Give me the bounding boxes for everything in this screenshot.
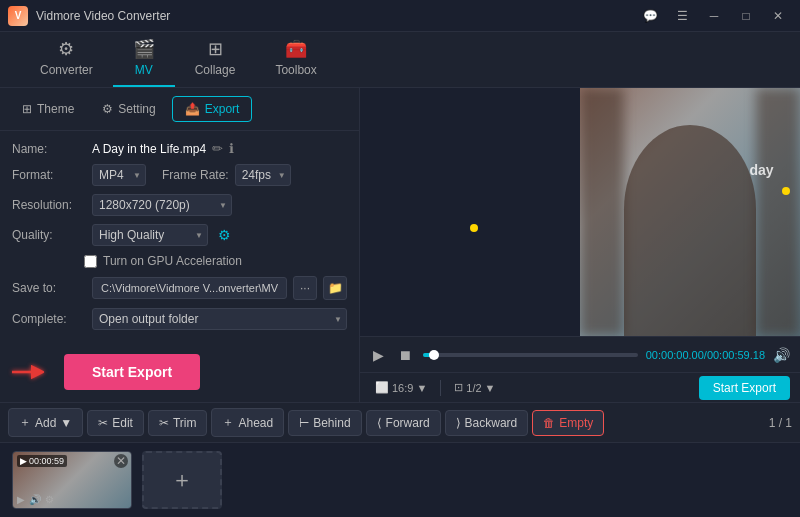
converter-icon: ⚙ bbox=[58, 38, 74, 60]
clip-play-icon: ▶ bbox=[17, 494, 25, 505]
empty-label: Empty bbox=[559, 416, 593, 430]
red-arrow-indicator bbox=[12, 362, 44, 382]
setting-icon: ⚙ bbox=[102, 102, 113, 116]
volume-icon[interactable]: 🔊 bbox=[773, 347, 790, 363]
behind-icon: ⊢ bbox=[299, 416, 309, 430]
backward-icon: ⟩ bbox=[456, 416, 461, 430]
collage-icon: ⊞ bbox=[208, 38, 223, 60]
complete-select[interactable]: Open output folderDo nothingShut down bbox=[92, 308, 347, 330]
gpu-row: Turn on GPU Acceleration bbox=[12, 254, 347, 268]
format-control: MP4MOVAVIMKV Frame Rate: 24fps25fps30fps… bbox=[92, 164, 347, 186]
backward-label: Backward bbox=[465, 416, 518, 430]
progress-bar[interactable] bbox=[423, 353, 638, 357]
format-select-wrap: MP4MOVAVIMKV bbox=[92, 164, 146, 186]
tab-theme[interactable]: ⊞ Theme bbox=[10, 97, 86, 121]
quality-ratio-label: 1/2 bbox=[466, 382, 481, 394]
person-silhouette bbox=[624, 125, 756, 336]
framerate-select-wrap: 24fps25fps30fps60fps bbox=[235, 164, 291, 186]
backward-button[interactable]: ⟩ Backward bbox=[445, 410, 529, 436]
complete-label: Complete: bbox=[12, 312, 84, 326]
nav-mv[interactable]: 🎬 MV bbox=[113, 30, 175, 87]
add-button[interactable]: ＋ Add ▼ bbox=[8, 408, 83, 437]
quality-label: Quality: bbox=[12, 228, 84, 242]
video-preview: day bbox=[360, 88, 800, 336]
aspect-ratio-label: 16:9 bbox=[392, 382, 413, 394]
info-icon[interactable]: ℹ bbox=[229, 141, 234, 156]
trim-icon: ✂ bbox=[159, 416, 169, 430]
saveto-input[interactable] bbox=[92, 277, 287, 299]
forward-label: Forward bbox=[386, 416, 430, 430]
controls-row2: ⬜ 16:9 ▼ ⊡ 1/2 ▼ Start Export bbox=[360, 372, 800, 402]
nav-mv-label: MV bbox=[135, 63, 153, 77]
controls-divider bbox=[440, 380, 441, 396]
resolution-select[interactable]: 1280x720 (720p)1920x1080 (1080p) bbox=[92, 194, 232, 216]
minimize-button[interactable]: ─ bbox=[700, 6, 728, 26]
mv-icon: 🎬 bbox=[133, 38, 155, 60]
left-panel: ⊞ Theme ⚙ Setting 📤 Export Name: A Day i… bbox=[0, 88, 360, 402]
sub-tabs: ⊞ Theme ⚙ Setting 📤 Export bbox=[0, 88, 359, 131]
format-row: Format: MP4MOVAVIMKV Frame Rate: 24fps25… bbox=[12, 164, 347, 186]
ahead-label: Ahead bbox=[238, 416, 273, 430]
maximize-button[interactable]: □ bbox=[732, 6, 760, 26]
edit-label: Edit bbox=[112, 416, 133, 430]
complete-select-wrap: Open output folderDo nothingShut down bbox=[92, 308, 347, 330]
quality-btn[interactable]: ⊡ 1/2 ▼ bbox=[449, 379, 500, 396]
play-button[interactable]: ▶ bbox=[370, 344, 387, 366]
aspect-ratio-btn[interactable]: ⬜ 16:9 ▼ bbox=[370, 379, 432, 396]
window-controls: 💬 ☰ ─ □ ✕ bbox=[636, 6, 792, 26]
tab-theme-label: Theme bbox=[37, 102, 74, 116]
behind-button[interactable]: ⊢ Behind bbox=[288, 410, 361, 436]
video-controls: ▶ ⏹ 00:00:00.00/00:00:59.18 🔊 bbox=[360, 336, 800, 372]
empty-button[interactable]: 🗑 Empty bbox=[532, 410, 604, 436]
preview-right: day bbox=[580, 88, 800, 336]
bottom-toolbar: ＋ Add ▼ ✂ Edit ✂ Trim ＋ Ahead ⊢ Behind ⟨… bbox=[0, 402, 800, 442]
add-clip-button[interactable]: ＋ bbox=[142, 451, 222, 509]
close-button[interactable]: ✕ bbox=[764, 6, 792, 26]
framerate-select[interactable]: 24fps25fps30fps60fps bbox=[235, 164, 291, 186]
complete-row: Complete: Open output folderDo nothingSh… bbox=[12, 308, 347, 330]
resolution-row: Resolution: 1280x720 (720p)1920x1080 (10… bbox=[12, 194, 347, 216]
start-export-small-button[interactable]: Start Export bbox=[699, 376, 790, 400]
quality-row: Quality: High QualityStandard QualityLow… bbox=[12, 224, 347, 246]
app-logo: V bbox=[8, 6, 28, 26]
complete-control: Open output folderDo nothingShut down bbox=[92, 308, 347, 330]
start-export-button[interactable]: Start Export bbox=[64, 354, 200, 390]
progress-handle[interactable] bbox=[429, 350, 439, 360]
tab-setting[interactable]: ⚙ Setting bbox=[90, 97, 167, 121]
gpu-label[interactable]: Turn on GPU Acceleration bbox=[103, 254, 242, 268]
nav-collage[interactable]: ⊞ Collage bbox=[175, 30, 256, 87]
quality-select[interactable]: High QualityStandard QualityLow Quality bbox=[92, 224, 208, 246]
gpu-checkbox[interactable] bbox=[84, 255, 97, 268]
edit-button[interactable]: ✂ Edit bbox=[87, 410, 144, 436]
main-layout: ⊞ Theme ⚙ Setting 📤 Export Name: A Day i… bbox=[0, 88, 800, 402]
name-value: A Day in the Life.mp4 bbox=[92, 142, 206, 156]
trim-button[interactable]: ✂ Trim bbox=[148, 410, 208, 436]
toolbox-icon: 🧰 bbox=[285, 38, 307, 60]
menu-icon[interactable]: ☰ bbox=[668, 6, 696, 26]
saveto-folder-btn[interactable]: 📁 bbox=[323, 276, 347, 300]
timeline-clip-0[interactable]: ▶ 00:00:59 ✕ ▶ 🔊 ⚙ bbox=[12, 451, 132, 509]
tab-setting-label: Setting bbox=[118, 102, 155, 116]
edit-icon[interactable]: ✏ bbox=[212, 141, 223, 156]
nav-toolbox[interactable]: 🧰 Toolbox bbox=[255, 30, 336, 87]
trim-label: Trim bbox=[173, 416, 197, 430]
saveto-more-btn[interactable]: ··· bbox=[293, 276, 317, 300]
video-text-overlay: day bbox=[749, 162, 773, 178]
add-label: Add bbox=[35, 416, 56, 430]
quality-icon: ⊡ bbox=[454, 381, 463, 394]
clip-close-btn[interactable]: ✕ bbox=[114, 454, 128, 468]
quality-gear-icon[interactable]: ⚙ bbox=[218, 227, 231, 243]
clip-effect-icon: ⚙ bbox=[45, 494, 54, 505]
blur-left bbox=[580, 88, 624, 336]
format-label: Format: bbox=[12, 168, 84, 182]
forward-button[interactable]: ⟨ Forward bbox=[366, 410, 441, 436]
format-select[interactable]: MP4MOVAVIMKV bbox=[92, 164, 146, 186]
tab-export[interactable]: 📤 Export bbox=[172, 96, 253, 122]
nav-converter[interactable]: ⚙ Converter bbox=[20, 30, 113, 87]
stop-button[interactable]: ⏹ bbox=[395, 344, 415, 366]
aspect-icon: ⬜ bbox=[375, 381, 389, 394]
ahead-button[interactable]: ＋ Ahead bbox=[211, 408, 284, 437]
add-icon: ＋ bbox=[19, 414, 31, 431]
app-title: Vidmore Video Converter bbox=[36, 9, 636, 23]
chat-icon[interactable]: 💬 bbox=[636, 6, 664, 26]
